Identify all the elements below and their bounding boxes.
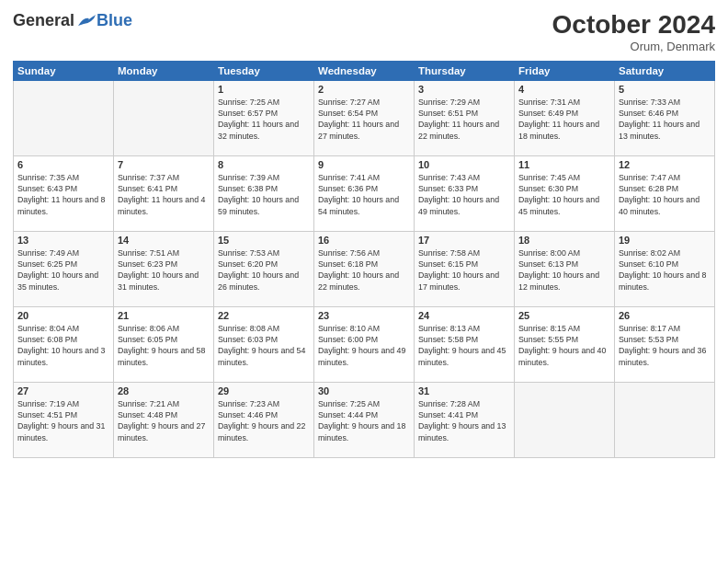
day-info: Sunrise: 7:45 AM Sunset: 6:30 PM Dayligh… (518, 172, 610, 217)
day-number: 23 (318, 310, 410, 321)
day-info: Sunrise: 7:33 AM Sunset: 6:46 PM Dayligh… (619, 97, 711, 142)
calendar-cell: 11Sunrise: 7:45 AM Sunset: 6:30 PM Dayli… (515, 155, 615, 231)
calendar-week-5: 27Sunrise: 7:19 AM Sunset: 4:51 PM Dayli… (14, 382, 715, 457)
calendar-cell (615, 382, 715, 457)
calendar-cell: 15Sunrise: 7:53 AM Sunset: 6:20 PM Dayli… (214, 231, 314, 306)
logo-general-text: General (13, 11, 74, 30)
day-info: Sunrise: 7:23 AM Sunset: 4:46 PM Dayligh… (218, 398, 310, 443)
day-number: 31 (418, 385, 510, 396)
day-number: 8 (218, 159, 310, 170)
calendar-header-row: Sunday Monday Tuesday Wednesday Thursday… (14, 61, 715, 80)
calendar-cell: 23Sunrise: 8:10 AM Sunset: 6:00 PM Dayli… (314, 306, 415, 382)
calendar-cell (515, 382, 615, 457)
day-info: Sunrise: 8:06 AM Sunset: 6:05 PM Dayligh… (118, 323, 210, 368)
day-number: 1 (218, 84, 310, 95)
logo: General Blue (13, 11, 132, 30)
logo-bird-icon (76, 13, 97, 29)
day-info: Sunrise: 7:51 AM Sunset: 6:23 PM Dayligh… (118, 247, 210, 293)
day-info: Sunrise: 8:04 AM Sunset: 6:08 PM Dayligh… (17, 323, 109, 368)
calendar-cell: 12Sunrise: 7:47 AM Sunset: 6:28 PM Dayli… (615, 155, 715, 231)
calendar-cell: 30Sunrise: 7:25 AM Sunset: 4:44 PM Dayli… (314, 382, 415, 457)
calendar-cell: 10Sunrise: 7:43 AM Sunset: 6:33 PM Dayli… (415, 155, 515, 231)
day-number: 3 (418, 84, 510, 95)
calendar-cell: 9Sunrise: 7:41 AM Sunset: 6:36 PM Daylig… (314, 155, 415, 231)
day-number: 26 (619, 310, 711, 321)
day-info: Sunrise: 8:10 AM Sunset: 6:00 PM Dayligh… (318, 323, 410, 368)
day-info: Sunrise: 7:56 AM Sunset: 6:18 PM Dayligh… (318, 247, 410, 293)
calendar-week-1: 1Sunrise: 7:25 AM Sunset: 6:57 PM Daylig… (14, 80, 715, 155)
title-block: October 2024 Orum, Denmark (552, 11, 715, 53)
day-number: 13 (17, 235, 109, 246)
day-number: 15 (218, 235, 310, 246)
calendar-cell: 4Sunrise: 7:31 AM Sunset: 6:49 PM Daylig… (515, 80, 615, 155)
day-info: Sunrise: 7:31 AM Sunset: 6:49 PM Dayligh… (518, 97, 610, 142)
day-info: Sunrise: 7:47 AM Sunset: 6:28 PM Dayligh… (619, 172, 711, 217)
day-number: 27 (17, 385, 109, 396)
day-number: 30 (318, 385, 410, 396)
calendar-cell (14, 80, 114, 155)
calendar-cell: 24Sunrise: 8:13 AM Sunset: 5:58 PM Dayli… (415, 306, 515, 382)
day-number: 28 (118, 385, 210, 396)
day-info: Sunrise: 8:15 AM Sunset: 5:55 PM Dayligh… (518, 323, 610, 368)
calendar-cell: 14Sunrise: 7:51 AM Sunset: 6:23 PM Dayli… (114, 231, 214, 306)
calendar-cell: 13Sunrise: 7:49 AM Sunset: 6:25 PM Dayli… (14, 231, 114, 306)
header-monday: Monday (114, 61, 214, 80)
calendar-week-4: 20Sunrise: 8:04 AM Sunset: 6:08 PM Dayli… (14, 306, 715, 382)
day-info: Sunrise: 7:27 AM Sunset: 6:54 PM Dayligh… (318, 97, 410, 142)
header-saturday: Saturday (615, 61, 715, 80)
calendar-cell: 28Sunrise: 7:21 AM Sunset: 4:48 PM Dayli… (114, 382, 214, 457)
day-number: 4 (518, 84, 610, 95)
day-info: Sunrise: 7:21 AM Sunset: 4:48 PM Dayligh… (118, 398, 210, 443)
calendar-cell: 19Sunrise: 8:02 AM Sunset: 6:10 PM Dayli… (615, 231, 715, 306)
day-info: Sunrise: 8:02 AM Sunset: 6:10 PM Dayligh… (619, 247, 711, 293)
calendar-cell: 5Sunrise: 7:33 AM Sunset: 6:46 PM Daylig… (615, 80, 715, 155)
calendar-cell: 16Sunrise: 7:56 AM Sunset: 6:18 PM Dayli… (314, 231, 415, 306)
day-number: 24 (418, 310, 510, 321)
calendar-cell: 21Sunrise: 8:06 AM Sunset: 6:05 PM Dayli… (114, 306, 214, 382)
calendar-cell: 27Sunrise: 7:19 AM Sunset: 4:51 PM Dayli… (14, 382, 114, 457)
day-number: 17 (418, 235, 510, 246)
header-sunday: Sunday (14, 61, 114, 80)
day-info: Sunrise: 7:37 AM Sunset: 6:41 PM Dayligh… (118, 172, 210, 217)
day-info: Sunrise: 8:17 AM Sunset: 5:53 PM Dayligh… (619, 323, 711, 368)
calendar-cell: 2Sunrise: 7:27 AM Sunset: 6:54 PM Daylig… (314, 80, 415, 155)
calendar-cell: 1Sunrise: 7:25 AM Sunset: 6:57 PM Daylig… (214, 80, 314, 155)
calendar-cell (114, 80, 214, 155)
day-number: 5 (619, 84, 711, 95)
day-number: 20 (17, 310, 109, 321)
day-number: 19 (619, 235, 711, 246)
calendar-table: Sunday Monday Tuesday Wednesday Thursday… (13, 61, 715, 458)
day-number: 22 (218, 310, 310, 321)
month-title: October 2024 (552, 11, 715, 40)
day-number: 11 (518, 159, 610, 170)
day-number: 21 (118, 310, 210, 321)
calendar-cell: 29Sunrise: 7:23 AM Sunset: 4:46 PM Dayli… (214, 382, 314, 457)
calendar-cell: 22Sunrise: 8:08 AM Sunset: 6:03 PM Dayli… (214, 306, 314, 382)
calendar-week-3: 13Sunrise: 7:49 AM Sunset: 6:25 PM Dayli… (14, 231, 715, 306)
day-info: Sunrise: 8:00 AM Sunset: 6:13 PM Dayligh… (518, 247, 610, 293)
logo-blue-text: Blue (97, 11, 132, 30)
day-info: Sunrise: 8:08 AM Sunset: 6:03 PM Dayligh… (218, 323, 310, 368)
calendar-cell: 20Sunrise: 8:04 AM Sunset: 6:08 PM Dayli… (14, 306, 114, 382)
day-info: Sunrise: 7:35 AM Sunset: 6:43 PM Dayligh… (17, 172, 109, 217)
day-info: Sunrise: 8:13 AM Sunset: 5:58 PM Dayligh… (418, 323, 510, 368)
day-info: Sunrise: 7:29 AM Sunset: 6:51 PM Dayligh… (418, 97, 510, 142)
day-number: 29 (218, 385, 310, 396)
calendar-cell: 8Sunrise: 7:39 AM Sunset: 6:38 PM Daylig… (214, 155, 314, 231)
calendar-cell: 17Sunrise: 7:58 AM Sunset: 6:15 PM Dayli… (415, 231, 515, 306)
day-info: Sunrise: 7:49 AM Sunset: 6:25 PM Dayligh… (17, 247, 109, 293)
day-number: 7 (118, 159, 210, 170)
day-info: Sunrise: 7:19 AM Sunset: 4:51 PM Dayligh… (17, 398, 109, 443)
day-number: 2 (318, 84, 410, 95)
header-tuesday: Tuesday (214, 61, 314, 80)
day-number: 10 (418, 159, 510, 170)
header-friday: Friday (515, 61, 615, 80)
calendar-week-2: 6Sunrise: 7:35 AM Sunset: 6:43 PM Daylig… (14, 155, 715, 231)
day-number: 18 (518, 235, 610, 246)
day-info: Sunrise: 7:58 AM Sunset: 6:15 PM Dayligh… (418, 247, 510, 293)
day-info: Sunrise: 7:39 AM Sunset: 6:38 PM Dayligh… (218, 172, 310, 217)
calendar-cell: 26Sunrise: 8:17 AM Sunset: 5:53 PM Dayli… (615, 306, 715, 382)
calendar-cell: 25Sunrise: 8:15 AM Sunset: 5:55 PM Dayli… (515, 306, 615, 382)
day-number: 12 (619, 159, 711, 170)
calendar-cell: 7Sunrise: 7:37 AM Sunset: 6:41 PM Daylig… (114, 155, 214, 231)
